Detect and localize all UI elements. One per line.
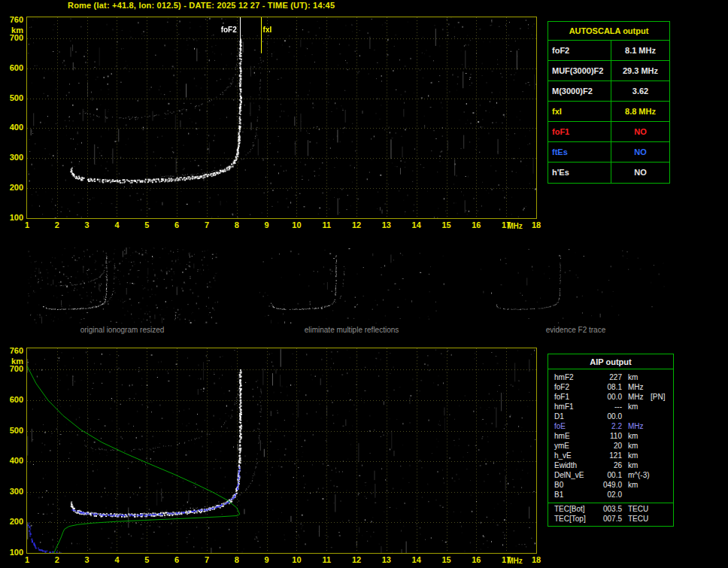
y-tick-label: 500	[0, 93, 23, 102]
x-tick-label: 13	[382, 220, 391, 229]
autoscala-param-value: 29.3 MHz	[611, 61, 669, 80]
aip-row-ymE: ymE20km	[548, 442, 673, 451]
autoscala-output-panel: AUTOSCALA output foF28.1 MHzMUF(3000)F22…	[548, 21, 670, 184]
autoscala-row-ftEs: ftEsNO	[548, 142, 669, 163]
x-tick-label: 10	[292, 220, 301, 229]
autoscala-param-label: foF1	[548, 122, 611, 141]
aip-param-value: 003.5	[590, 505, 622, 513]
x-tick-label: 7	[205, 555, 209, 564]
foF2-marker-label: foF2	[221, 26, 237, 34]
y-tick-label: 600	[0, 395, 23, 404]
x-tick-label: 5	[144, 555, 149, 564]
y-tick-label: 400	[0, 456, 23, 465]
x-tick-label: 7	[205, 220, 209, 229]
x-tick-label: 8	[235, 220, 239, 229]
aip-param-name: D1	[554, 412, 564, 421]
x-tick-label: 16	[472, 555, 481, 564]
x-tick-label: 9	[265, 220, 269, 229]
x-tick-label: 18	[532, 220, 541, 229]
aip-param-unit: km	[628, 402, 638, 411]
thumbnail-original-ionogram	[26, 248, 218, 323]
x-tick-label: 3	[85, 555, 89, 564]
aip-tec-list: TEC[Bot]003.5TECUTEC[Top]007.5TECU	[548, 505, 673, 524]
profile-ionogram-plot	[26, 348, 537, 554]
aip-row-foE: foE2.2MHz	[548, 422, 673, 432]
aip-row-TEC[Top]: TEC[Top]007.5TECU	[548, 515, 673, 524]
aip-param-value: 00.1	[590, 471, 622, 479]
aip-param-unit: km	[628, 442, 638, 450]
aip-param-value: 110	[590, 432, 622, 440]
aip-param-unit: MHz	[628, 393, 644, 401]
y-tick-label: 600	[0, 63, 23, 72]
aip-param-value: 00.0	[590, 412, 622, 421]
y-axis-unit-label: km	[0, 357, 23, 366]
x-tick-label: 8	[235, 555, 239, 564]
aip-param-name: Ewidth	[554, 461, 577, 469]
x-tick-label: 1	[25, 555, 29, 564]
aip-param-value: 20	[590, 442, 622, 450]
y-axis-unit-label: km	[0, 26, 23, 35]
x-tick-label: 1	[25, 220, 29, 229]
aip-param-value: ---	[590, 402, 622, 411]
autoscala-param-value: 8.8 MHz	[611, 102, 669, 121]
thumbnail-caption-original: original ionogram resized	[26, 326, 218, 334]
x-tick-label: 11	[322, 220, 331, 229]
y-tick-label: 300	[0, 487, 23, 496]
aip-param-name: h_vE	[554, 451, 572, 460]
thumbnail-caption-f2trace: evidence F2 trace	[480, 326, 672, 334]
aip-param-name: foF1	[554, 393, 569, 401]
x-tick-label: 4	[114, 220, 119, 229]
aip-panel-title: AIP output	[548, 354, 673, 369]
aip-param-name: hmF2	[554, 373, 574, 381]
aip-param-unit: km	[628, 432, 638, 440]
y-tick-label: 700	[0, 364, 23, 373]
autoscala-row-MUF(3000)F2: MUF(3000)F229.3 MHz	[548, 61, 669, 81]
x-tick-label: 18	[532, 555, 541, 564]
aip-parameter-list: hmF2227kmfoF208.1MHzfoF100.0MHz[PN]hmF1-…	[548, 369, 673, 500]
aip-row-Ewidth: Ewidth26km	[548, 461, 673, 471]
aip-row-foF2: foF208.1MHz	[548, 383, 673, 393]
autoscala-param-value: NO	[611, 163, 669, 183]
y-tick-label: 200	[0, 517, 23, 526]
autoscala-param-label: fxI	[548, 102, 611, 121]
aip-param-value: 121	[590, 451, 622, 460]
aip-param-name: foF2	[554, 383, 569, 391]
aip-param-unit: km	[628, 373, 638, 381]
aip-row-hmF1: hmF1---km	[548, 402, 673, 412]
aip-param-value: 02.0	[590, 491, 622, 499]
x-axis-unit-label: MHz	[507, 557, 523, 565]
aip-param-unit: MHz	[628, 422, 644, 430]
x-tick-label: 15	[441, 220, 450, 229]
x-tick-label: 2	[55, 220, 59, 229]
x-axis-unit-label: MHz	[507, 222, 523, 230]
aip-param-value: 007.5	[590, 515, 622, 523]
autoscala-param-value: 8.1 MHz	[611, 41, 669, 60]
x-tick-label: 2	[55, 555, 59, 564]
autoscala-param-label: ftEs	[548, 142, 611, 162]
aip-param-value: 2.2	[590, 422, 622, 430]
aip-row-D1: D100.0	[548, 412, 673, 422]
x-tick-label: 13	[382, 555, 391, 564]
x-tick-label: 16	[472, 220, 481, 229]
aip-param-unit: km	[628, 461, 638, 469]
x-tick-label: 6	[174, 220, 179, 229]
aip-param-value: 00.0	[590, 393, 622, 401]
autoscala-param-label: h'Es	[548, 163, 611, 183]
autoscala-param-value: 3.62	[611, 81, 669, 101]
autoscala-row-M(3000)F2: M(3000)F23.62	[548, 81, 669, 102]
y-tick-label: 200	[0, 183, 23, 192]
y-tick-label: 760	[0, 346, 23, 355]
aip-row-DelN_vE: DelN_vE00.1m^(-3)	[548, 471, 673, 481]
x-tick-label: 6	[174, 555, 179, 564]
autoscala-param-label: foF2	[548, 41, 611, 60]
x-tick-label: 14	[412, 220, 421, 229]
thumbnail-caption-cleaned: eliminate multiple reflections	[256, 326, 447, 334]
y-tick-label: 100	[0, 548, 23, 557]
fxI-marker-label: fxI	[263, 26, 272, 34]
aip-param-name: foE	[554, 422, 566, 430]
aip-param-note: [PN]	[651, 393, 665, 401]
aip-param-unit: TECU	[628, 515, 648, 523]
autoscala-row-foF2: foF28.1 MHz	[548, 41, 669, 61]
aip-param-unit: TECU	[628, 505, 648, 513]
y-tick-label: 300	[0, 153, 23, 162]
